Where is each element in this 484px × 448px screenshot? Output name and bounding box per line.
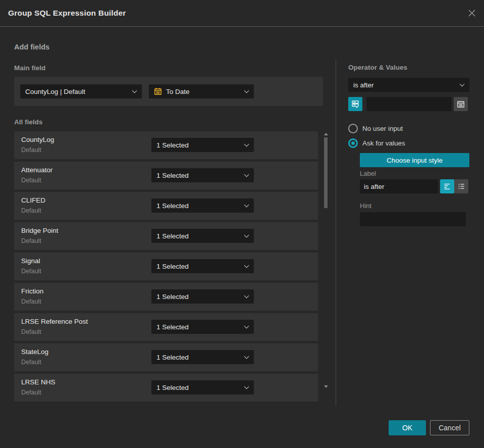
field-sub: Default	[21, 177, 41, 184]
radio-ask-for-values[interactable]: Ask for values	[348, 138, 405, 148]
field-row: LRSE Reference Post Default 1 Selected	[14, 313, 318, 341]
selected-count-value: 1 Selected	[156, 172, 189, 179]
selected-count-select[interactable]: 1 Selected	[151, 229, 254, 243]
selected-count-value: 1 Selected	[156, 323, 189, 331]
stacked-list-icon	[351, 100, 359, 108]
chevron-down-icon	[244, 233, 249, 238]
list-scrollbar[interactable]	[323, 132, 329, 389]
field-sub: Default	[21, 328, 41, 335]
field-row: Signal Default 1 Selected	[14, 253, 318, 280]
field-name: LRSE Reference Post	[21, 318, 88, 325]
radio-checked-icon	[348, 138, 358, 148]
chevron-down-icon	[244, 354, 249, 359]
field-name: CountyLog	[21, 136, 54, 143]
field-sub: Default	[21, 298, 41, 305]
radio-label: Ask for values	[362, 139, 405, 147]
align-left-icon	[443, 182, 451, 190]
chevron-down-icon	[244, 293, 249, 298]
field-name: Bridge Point	[21, 227, 59, 234]
field-sub: Default	[21, 207, 41, 214]
list-icon	[457, 182, 465, 190]
calendar-icon	[154, 87, 162, 95]
operator-select[interactable]: is after	[348, 78, 469, 92]
label-input[interactable]	[360, 179, 438, 193]
main-field-label: Main field	[14, 64, 45, 72]
hint-input[interactable]	[360, 212, 466, 226]
field-name: LRSE NHS	[21, 378, 56, 386]
selected-count-value: 1 Selected	[156, 141, 189, 149]
date-type-select-value: To Date	[166, 88, 190, 95]
radio-label: No user input	[362, 125, 403, 132]
chevron-down-icon	[244, 88, 249, 93]
label-field-label: Label	[360, 170, 376, 177]
field-row: CLIFED Default 1 Selected	[14, 192, 318, 220]
date-picker-button[interactable]	[454, 97, 468, 111]
list-input-style-button[interactable]	[454, 179, 468, 193]
selected-count-value: 1 Selected	[156, 293, 189, 301]
close-button[interactable]	[467, 8, 477, 18]
field-name: Signal	[21, 257, 40, 265]
field-sub: Default	[21, 268, 41, 275]
selected-count-select[interactable]: 1 Selected	[151, 198, 254, 213]
chevron-down-icon	[244, 172, 249, 177]
hint-field-label: Hint	[360, 202, 371, 210]
field-sub: Default	[21, 389, 41, 396]
chevron-down-icon	[132, 88, 137, 93]
date-value-input[interactable]	[366, 97, 452, 111]
field-sub: Default	[21, 146, 41, 154]
selected-count-select[interactable]: 1 Selected	[151, 320, 254, 334]
selected-count-select[interactable]: 1 Selected	[151, 138, 254, 152]
group-sql-expression-builder-dialog: Group SQL Expression Builder Add fields …	[0, 0, 484, 448]
choose-input-style-button[interactable]: Choose input style	[360, 153, 469, 167]
scroll-down-icon[interactable]	[324, 385, 328, 388]
scroll-up-icon[interactable]	[324, 133, 328, 135]
field-sub: Default	[21, 359, 41, 366]
field-sub: Default	[21, 237, 41, 244]
dialog-header: Group SQL Expression Builder	[0, 0, 484, 27]
close-icon	[468, 9, 476, 17]
chevron-down-icon	[244, 203, 249, 208]
add-fields-heading: Add fields	[14, 43, 49, 51]
date-type-select[interactable]: To Date	[149, 84, 254, 98]
chevron-down-icon	[460, 82, 465, 87]
selected-count-value: 1 Selected	[156, 232, 189, 240]
main-field-panel: CountyLog | Default To Date	[14, 77, 323, 106]
selected-count-select[interactable]: 1 Selected	[151, 380, 254, 394]
chevron-down-icon	[244, 142, 249, 147]
cancel-button[interactable]: Cancel	[430, 420, 469, 435]
value-source-button[interactable]	[348, 97, 362, 111]
scrollbar-thumb[interactable]	[324, 137, 328, 208]
all-fields-label: All fields	[14, 118, 42, 126]
chevron-down-icon	[244, 324, 249, 329]
field-row: Bridge Point Default 1 Selected	[14, 222, 318, 250]
selected-count-value: 1 Selected	[156, 263, 189, 270]
field-name: CLIFED	[21, 196, 45, 204]
selected-count-value: 1 Selected	[156, 354, 189, 361]
chevron-down-icon	[244, 263, 249, 268]
radio-no-user-input[interactable]: No user input	[348, 124, 403, 133]
selected-count-select[interactable]: 1 Selected	[151, 259, 254, 273]
column-divider	[336, 59, 336, 406]
field-row: LRSE NHS Default 1 Selected	[14, 374, 318, 402]
operator-values-heading: Operator & Values	[348, 64, 407, 71]
single-input-style-button[interactable]	[440, 179, 454, 193]
selected-count-value: 1 Selected	[156, 384, 189, 391]
ok-button[interactable]: OK	[389, 420, 426, 435]
calendar-icon	[457, 100, 465, 108]
chevron-down-icon	[244, 384, 249, 389]
field-row: CountyLog Default 1 Selected	[14, 131, 318, 159]
field-row: Friction Default 1 Selected	[14, 283, 318, 311]
field-name: Attenuator	[21, 166, 52, 174]
main-field-select[interactable]: CountyLog | Default	[20, 84, 142, 98]
field-row: StateLog Default 1 Selected	[14, 343, 318, 371]
selected-count-value: 1 Selected	[156, 202, 189, 210]
field-name: StateLog	[21, 348, 48, 356]
selected-count-select[interactable]: 1 Selected	[151, 168, 254, 182]
main-field-select-value: CountyLog | Default	[25, 88, 85, 95]
radio-icon	[348, 124, 358, 133]
field-row: Attenuator Default 1 Selected	[14, 162, 318, 189]
selected-count-select[interactable]: 1 Selected	[151, 289, 254, 304]
selected-count-select[interactable]: 1 Selected	[151, 350, 254, 364]
dialog-title: Group SQL Expression Builder	[8, 0, 126, 26]
operator-select-value: is after	[353, 81, 374, 89]
